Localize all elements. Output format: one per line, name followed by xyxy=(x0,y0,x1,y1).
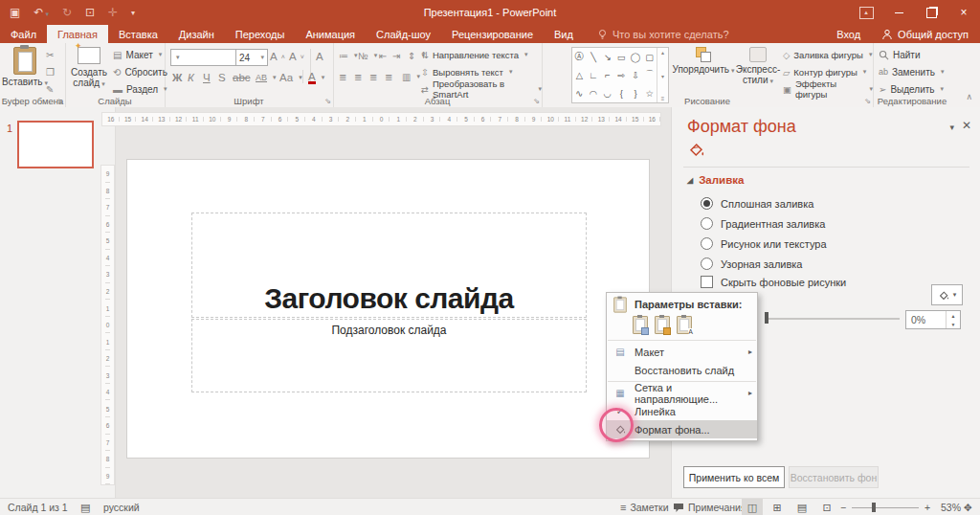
collapse-ribbon-button[interactable]: ∧ xyxy=(966,92,972,101)
smartart-button[interactable]: ⇄Преобразовать в SmartArt xyxy=(421,81,542,97)
spellcheck-button[interactable]: ▤ xyxy=(80,499,90,515)
fill-option[interactable]: Сплошная заливка xyxy=(701,193,827,213)
shrink-font-button[interactable]: А˅ xyxy=(289,49,304,64)
cut-button[interactable]: ✂ xyxy=(46,47,54,62)
font-size-box[interactable]: 24 xyxy=(235,49,268,66)
select-button[interactable]: ➢Выделить xyxy=(879,81,944,97)
subtitle-placeholder[interactable]: Подзаголовок слайда xyxy=(191,319,587,392)
bold-button[interactable]: Ж xyxy=(172,70,182,85)
shape-item[interactable]: ⇨ xyxy=(614,66,629,84)
paste-text-only-button[interactable]: А xyxy=(677,316,692,334)
notes-button[interactable]: ≡Заметки xyxy=(620,499,669,515)
shape-item[interactable]: ⌐ xyxy=(600,66,614,84)
shape-item[interactable]: △ xyxy=(572,66,587,84)
close-button[interactable]: × xyxy=(947,0,980,25)
clear-formatting-button[interactable]: А xyxy=(316,49,323,64)
paste-use-theme-button[interactable] xyxy=(633,316,648,334)
scroll-up-icon[interactable]: ▴ xyxy=(661,49,664,56)
fill-color-button[interactable]: ▾ xyxy=(931,284,963,305)
decrease-indent-button[interactable]: ⇤ xyxy=(379,48,387,63)
spin-up-icon[interactable]: ▲ xyxy=(951,313,956,319)
align-left-button[interactable]: ≣ xyxy=(339,69,346,84)
tab-animations[interactable]: Анимация xyxy=(295,25,366,43)
align-text-button[interactable]: ⇳Выровнять текст xyxy=(421,64,513,79)
comments-button[interactable]: Примечания xyxy=(673,499,746,515)
zoom-in-button[interactable]: + xyxy=(924,499,930,515)
fill-option[interactable]: Рисунок или текстура xyxy=(701,234,827,254)
reading-view-button[interactable]: ▤ xyxy=(791,499,813,515)
tab-file[interactable]: Файл xyxy=(0,25,47,43)
shape-item[interactable]: ⇩ xyxy=(629,66,643,84)
columns-button[interactable]: ▥ xyxy=(402,69,420,84)
shapes-gallery-scrollbar[interactable]: ▴ ▾ ≡ xyxy=(657,48,668,102)
title-placeholder[interactable]: Заголовок слайда xyxy=(191,213,587,318)
fit-to-window-button[interactable]: ✥ xyxy=(964,499,972,515)
copy-button[interactable]: ❐ xyxy=(46,64,55,79)
paste-keep-formatting-button[interactable] xyxy=(655,316,670,334)
tab-view[interactable]: Вид xyxy=(544,25,584,43)
panel-close-icon[interactable]: ✕ xyxy=(962,119,971,132)
menu-item-layout[interactable]: ▤ Макет ▸ xyxy=(607,343,757,361)
arrange-button[interactable]: Упорядочить xyxy=(676,47,731,76)
bullets-button[interactable]: ≔ xyxy=(339,48,358,63)
font-color-button[interactable]: А xyxy=(308,70,324,85)
shape-item[interactable]: ╲ xyxy=(587,48,601,66)
zoom-slider-track[interactable] xyxy=(852,507,919,508)
shape-outline-button[interactable]: ▱Контур фигуры xyxy=(783,64,866,79)
shape-item[interactable]: ∟ xyxy=(587,66,601,84)
language-indicator[interactable]: русский xyxy=(103,499,140,515)
hide-background-checkbox[interactable]: Скрыть фоновые рисунки xyxy=(701,276,846,288)
numbering-button[interactable]: № xyxy=(358,48,377,63)
tab-transitions[interactable]: Переходы xyxy=(225,25,296,43)
spin-down-icon[interactable]: ▼ xyxy=(951,322,956,327)
share-button[interactable]: Общий доступ xyxy=(881,29,969,40)
normal-view-button[interactable]: ◫ xyxy=(742,499,763,515)
zoom-out-button[interactable]: − xyxy=(840,499,846,515)
fill-option[interactable]: Узорная заливка xyxy=(701,254,827,274)
shape-item[interactable]: ⌒ xyxy=(642,66,657,84)
text-shadow-button[interactable]: S xyxy=(218,70,226,85)
transparency-slider-thumb[interactable] xyxy=(765,312,768,324)
zoom-slider-thumb[interactable] xyxy=(872,503,876,512)
transparency-spinner[interactable]: ▲▼ xyxy=(946,311,960,328)
tab-review[interactable]: Рецензирование xyxy=(441,25,544,43)
sign-in-link[interactable]: Вход xyxy=(836,29,860,40)
tab-insert[interactable]: Вставка xyxy=(108,25,168,43)
new-slide-button[interactable]: Создать слайд xyxy=(69,47,109,89)
tell-me-search[interactable]: Что вы хотите сделать? xyxy=(597,25,729,43)
replace-button[interactable]: abЗаменить xyxy=(879,64,944,79)
layout-button[interactable]: ▤Макет xyxy=(113,47,162,62)
shape-item[interactable]: ▢ xyxy=(642,48,657,66)
menu-item-grid-guides[interactable]: ▦ Сетка и направляющие... ▸ xyxy=(607,384,757,402)
slide-canvas[interactable]: Заголовок слайда Подзаголовок слайда xyxy=(127,160,649,458)
justify-button[interactable]: ≣ xyxy=(385,69,392,84)
increase-indent-button[interactable]: ⇥ xyxy=(392,48,400,63)
transparency-value-box[interactable]: 0% ▲▼ xyxy=(905,310,961,329)
find-button[interactable]: Найти xyxy=(879,47,921,62)
slideshow-view-button[interactable]: ⊡ xyxy=(816,499,837,515)
fill-section-header[interactable]: ◢ Заливка xyxy=(687,174,744,186)
zoom-level[interactable]: 53% xyxy=(941,499,961,515)
change-case-button[interactable]: Аа xyxy=(279,70,302,85)
apply-to-all-button[interactable]: Применить ко всем xyxy=(683,466,785,488)
italic-button[interactable]: К xyxy=(188,70,194,85)
ribbon-display-options-button[interactable]: ▴ xyxy=(850,0,882,25)
scroll-down-icon[interactable]: ▾ xyxy=(661,73,664,79)
align-center-button[interactable]: ≣ xyxy=(354,69,362,84)
restore-button[interactable] xyxy=(915,0,947,25)
underline-button[interactable]: Ч xyxy=(203,70,211,85)
paragraph-dialog-launcher[interactable]: ⇘ xyxy=(533,97,540,105)
font-dialog-launcher[interactable]: ⇘ xyxy=(324,97,331,105)
shape-item[interactable]: ▭ xyxy=(614,48,629,66)
paste-button[interactable]: Вставить xyxy=(6,47,44,88)
section-button[interactable]: ▬Раздел xyxy=(113,81,167,97)
minimize-button[interactable] xyxy=(882,0,915,25)
shape-item[interactable]: ↘ xyxy=(600,48,614,66)
quick-styles-button[interactable]: Экспресс-стили xyxy=(733,47,783,86)
tab-design[interactable]: Дизайн xyxy=(168,25,225,43)
tab-slideshow[interactable]: Слайд-шоу xyxy=(366,25,441,43)
clipboard-dialog-launcher[interactable]: ⇘ xyxy=(56,97,63,105)
menu-item-reset-slide[interactable]: Восстановить слайд xyxy=(607,361,757,379)
slide-sorter-view-button[interactable]: ⊞ xyxy=(767,499,788,515)
fill-option[interactable]: Градиентная заливка xyxy=(701,213,827,234)
